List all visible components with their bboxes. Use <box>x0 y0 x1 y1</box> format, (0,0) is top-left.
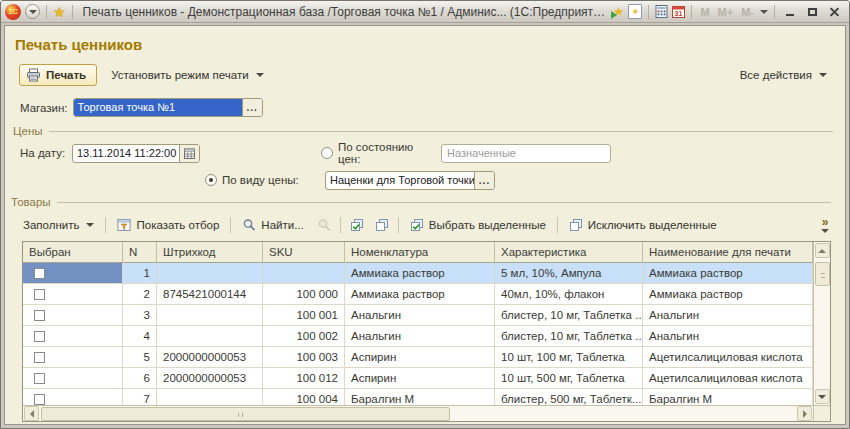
table-cell-char[interactable]: блистер, 10 мг, Таблетка ... <box>495 305 643 326</box>
table-cell-char[interactable]: 5 мл, 10%, Ампула <box>495 263 643 284</box>
table-cell-char[interactable]: блистер, 10 мг, Таблетка ... <box>495 326 643 347</box>
row-checkbox[interactable] <box>34 268 45 279</box>
row-checkbox[interactable] <box>34 394 45 405</box>
table-cell-name[interactable]: Анальгин <box>345 326 495 347</box>
table-row[interactable]: 52000000000053100 003Аспирин10 шт, 100 м… <box>23 347 813 368</box>
maximize-button[interactable] <box>803 4 821 20</box>
scroll-left-button[interactable] <box>24 406 39 421</box>
row-checkbox-cell[interactable] <box>23 263 123 284</box>
row-checkbox[interactable] <box>34 289 45 300</box>
memory-mminus-button[interactable]: M- <box>739 6 756 18</box>
store-input[interactable]: Торговая точка №1 ... <box>73 98 263 117</box>
favorites-page-icon[interactable]: ★ <box>628 4 642 19</box>
memory-m-button[interactable]: M <box>698 6 711 18</box>
table-cell-char[interactable]: 10 шт, 500 мг, Таблетка <box>495 368 643 389</box>
table-cell-sku[interactable]: 100 001 <box>263 305 345 326</box>
table-row[interactable]: 62000000000053100 012Аспирин10 шт, 500 м… <box>23 368 813 389</box>
table-cell-name[interactable]: Аспирин <box>345 368 495 389</box>
row-checkbox-cell[interactable] <box>23 305 123 326</box>
table-cell-barcode[interactable] <box>157 389 263 405</box>
horizontal-scroll-thumb[interactable] <box>41 407 450 421</box>
vertical-scroll-thumb[interactable] <box>815 262 830 286</box>
check-all-button[interactable] <box>348 216 366 234</box>
horizontal-scroll-track[interactable] <box>39 407 797 421</box>
column-header-3[interactable]: Штрихкод <box>157 242 263 263</box>
table-cell-sku[interactable]: 100 003 <box>263 347 345 368</box>
table-cell-sku[interactable] <box>263 263 345 284</box>
column-header-1[interactable]: Выбран <box>23 242 123 263</box>
table-cell-name[interactable]: Аммиака раствор <box>345 263 495 284</box>
date-input[interactable]: 13.11.2014 11:22:00 <box>72 144 200 163</box>
select-highlighted-button[interactable]: Выбрать выделенные <box>406 216 550 234</box>
table-cell-print[interactable]: Баралгин М <box>643 389 813 405</box>
price-kind-input[interactable]: Наценки для Торговой точки N ... <box>325 171 495 190</box>
table-cell-barcode[interactable]: 8745421000144 <box>157 284 263 305</box>
table-cell-barcode[interactable] <box>157 305 263 326</box>
titlebar-overflow-button[interactable] <box>760 10 768 14</box>
scroll-up-button[interactable] <box>815 243 830 258</box>
horizontal-scrollbar[interactable] <box>23 405 813 421</box>
row-checkbox-cell[interactable] <box>23 326 123 347</box>
table-cell-name[interactable]: Анальгин <box>345 305 495 326</box>
table-cell-barcode[interactable]: 2000000000053 <box>157 368 263 389</box>
table-cell-char[interactable]: 40мл, 10%, флакон <box>495 284 643 305</box>
table-cell-name[interactable]: Аспирин <box>345 347 495 368</box>
row-checkbox-cell[interactable] <box>23 347 123 368</box>
table-row[interactable]: 28745421000144100 000Аммиака раствор40мл… <box>23 284 813 305</box>
scroll-right-button[interactable] <box>797 406 812 421</box>
table-cell-sku[interactable]: 100 004 <box>263 389 345 405</box>
exclude-highlighted-button[interactable]: Исключить выделенные <box>565 216 721 234</box>
row-checkbox[interactable] <box>34 310 45 321</box>
minimize-button[interactable] <box>781 4 799 20</box>
table-cell-n[interactable]: 5 <box>123 347 157 368</box>
table-cell-n[interactable]: 6 <box>123 368 157 389</box>
calculator-icon[interactable] <box>655 5 668 18</box>
scroll-down-button[interactable] <box>815 389 830 404</box>
table-cell-char[interactable]: блистер, 500 мг, Таблетк... <box>495 389 643 405</box>
store-picker-button[interactable]: ... <box>242 99 262 116</box>
table-row[interactable]: 3100 001Анальгинблистер, 10 мг, Таблетка… <box>23 305 813 326</box>
table-cell-sku[interactable]: 100 000 <box>263 284 345 305</box>
column-header-6[interactable]: Характеристика <box>495 242 643 263</box>
row-checkbox[interactable] <box>34 352 45 363</box>
row-checkbox-cell[interactable] <box>23 368 123 389</box>
close-button[interactable] <box>825 4 843 20</box>
find-button[interactable]: Найти... <box>238 216 307 234</box>
table-cell-barcode[interactable] <box>157 326 263 347</box>
table-cell-sku[interactable]: 100 002 <box>263 326 345 347</box>
vertical-scrollbar[interactable] <box>813 242 830 405</box>
table-row[interactable]: 1Аммиака раствор5 мл, 10%, АмпулаАммиака… <box>23 263 813 284</box>
table-cell-n[interactable]: 2 <box>123 284 157 305</box>
column-header-4[interactable]: SKU <box>263 242 345 263</box>
table-cell-print[interactable]: Аммиака раствор <box>643 263 813 284</box>
row-checkbox[interactable] <box>34 331 45 342</box>
memory-mplus-button[interactable]: M+ <box>716 6 736 18</box>
table-cell-print[interactable]: Ацетилсалициловая кислота <box>643 368 813 389</box>
table-row[interactable]: 7100 004Баралгин Мблистер, 500 мг, Табле… <box>23 389 813 405</box>
table-cell-barcode[interactable] <box>157 263 263 284</box>
row-checkbox[interactable] <box>34 373 45 384</box>
column-header-7[interactable]: Наименование для печати <box>643 242 813 263</box>
calendar-icon[interactable]: 31 <box>672 5 685 18</box>
show-filter-button[interactable]: Показать отбор <box>113 216 223 234</box>
date-calendar-button[interactable] <box>179 145 199 162</box>
fill-button[interactable]: Заполнить <box>19 217 98 233</box>
row-checkbox-cell[interactable] <box>23 284 123 305</box>
set-print-mode-button[interactable]: Установить режим печати <box>107 67 268 83</box>
by-price-kind-label[interactable]: По виду цены: <box>222 174 320 186</box>
toolbar-overflow-button[interactable]: » <box>821 218 829 233</box>
table-cell-char[interactable]: 10 шт, 100 мг, Таблетка <box>495 347 643 368</box>
column-header-5[interactable]: Номенклатура <box>345 242 495 263</box>
by-price-state-radio[interactable] <box>321 147 333 159</box>
table-cell-n[interactable]: 3 <box>123 305 157 326</box>
table-cell-n[interactable]: 1 <box>123 263 157 284</box>
favorites-star-icon[interactable]: ★ <box>53 4 66 20</box>
price-kind-picker-button[interactable]: ... <box>474 172 494 189</box>
by-price-state-label[interactable]: По состоянию цен: <box>338 141 436 165</box>
table-cell-sku[interactable]: 100 012 <box>263 368 345 389</box>
system-menu-button[interactable] <box>25 4 40 19</box>
all-actions-button[interactable]: Все действия <box>736 67 831 83</box>
column-header-2[interactable]: N <box>123 242 157 263</box>
table-cell-print[interactable]: Ацетилсалициловая кислота <box>643 347 813 368</box>
by-price-kind-radio[interactable] <box>205 174 217 186</box>
